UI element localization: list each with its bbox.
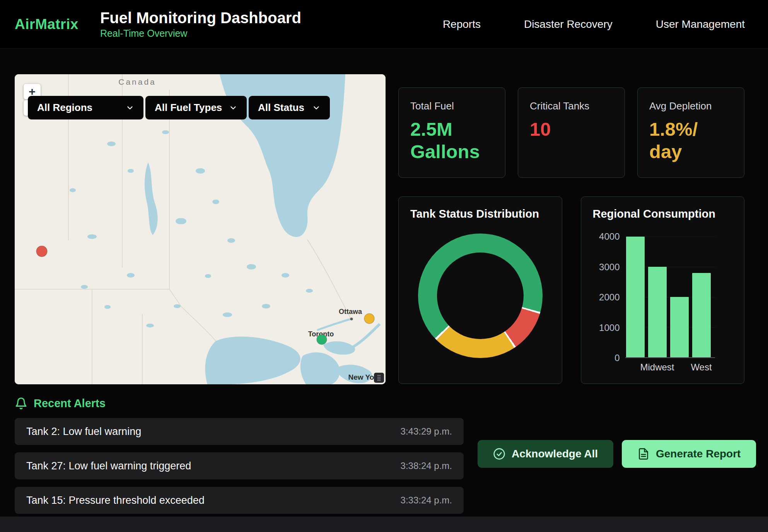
stat-value-critical-tanks: 10 (530, 118, 613, 141)
label-canada: Canada (118, 77, 156, 86)
stat-value-line1: 1.8%/ (649, 118, 732, 141)
stat-value-line2: Gallons (410, 141, 493, 163)
bar-x-label-1: Midwest (648, 362, 667, 373)
alert-row[interactable]: Tank 2: Low fuel warning 3:43:29 p.m. (15, 418, 464, 445)
nav-disaster-recovery[interactable]: Disaster Recovery (524, 18, 613, 31)
stat-card-total-fuel: Total Fuel 2.5M Gallons (398, 87, 505, 178)
stat-card-critical-tanks: Critical Tanks 10 (518, 87, 625, 178)
header: AirMatrix Fuel Monitoring Dashboard Real… (0, 0, 768, 49)
alerts-title: Recent Alerts (34, 397, 106, 410)
bar-chart-plot-area: MidwestWest (625, 237, 715, 373)
stat-label: Avg Depletion (649, 100, 732, 112)
nav-reports[interactable]: Reports (443, 18, 481, 31)
brand-logo[interactable]: AirMatrix (15, 16, 79, 32)
bell-icon (15, 397, 27, 410)
acknowledge-all-label: Acknowledge All (512, 448, 598, 460)
donut-chart-wrap (410, 234, 550, 358)
bar-x-label-3: West (692, 362, 711, 373)
recent-alerts-section: Recent Alerts Tank 2: Low fuel warning 3… (0, 384, 768, 514)
y-tick-2000: 2000 (599, 292, 620, 303)
alert-message: Tank 15: Pressure threshold exceeded (26, 494, 205, 506)
bar-1 (648, 267, 667, 357)
chevron-down-icon (312, 104, 321, 112)
stat-card-avg-depletion: Avg Depletion 1.8%/ day (637, 87, 744, 178)
alert-time: 3:38:24 p.m. (401, 460, 452, 471)
stat-value-total-fuel: 2.5M Gallons (410, 118, 493, 163)
stat-value-line1: 2.5M (410, 118, 493, 141)
alert-list: Tank 2: Low fuel warning 3:43:29 p.m. Ta… (15, 418, 464, 514)
stat-value-avg-depletion: 1.8%/ day (649, 118, 732, 163)
fuel-dashboard-page: AirMatrix Fuel Monitoring Dashboard Real… (0, 0, 768, 532)
tank-marker-yellow[interactable] (364, 314, 374, 324)
filter-status-dropdown[interactable]: All Status (249, 96, 330, 119)
map-filters: All Regions All Fuel Types All Status (28, 96, 330, 119)
bottom-bar (0, 517, 768, 532)
stat-value-line2: day (649, 141, 732, 163)
ottawa-city-dot (350, 318, 353, 321)
main-nav: Reports Disaster Recovery User Managemen… (443, 18, 745, 31)
alert-time: 3:43:29 p.m. (401, 426, 452, 437)
y-tick-0: 0 (614, 353, 620, 363)
bar-x-label-2 (670, 362, 689, 373)
main-content: Canada Ottawa Toronto New York + − (0, 49, 768, 384)
bar-chart-y-axis: 01000200030004000 (593, 237, 625, 358)
filter-regions-dropdown[interactable]: All Regions (28, 96, 143, 119)
acknowledge-all-button[interactable]: Acknowledge All (478, 440, 613, 468)
filter-fuel-types-label: All Fuel Types (155, 102, 222, 114)
map-canvas[interactable]: Canada Ottawa Toronto New York (15, 74, 386, 384)
y-tick-4000: 4000 (599, 231, 620, 242)
stat-label: Total Fuel (410, 100, 493, 112)
tank-marker-green[interactable] (317, 334, 327, 344)
alert-row[interactable]: Tank 15: Pressure threshold exceeded 3:3… (15, 487, 464, 514)
filter-fuel-types-dropdown[interactable]: All Fuel Types (145, 96, 247, 119)
bar-0 (626, 237, 645, 357)
check-circle-icon (493, 448, 505, 460)
report-file-icon (637, 448, 650, 460)
chevron-down-icon (126, 104, 134, 112)
resize-handle-icon[interactable]: ⣿ (374, 373, 384, 383)
stat-value-line1: 10 (530, 118, 613, 141)
alert-row[interactable]: Tank 27: Low fuel warning triggered 3:38… (15, 452, 464, 479)
donut-chart-title: Tank Status Distribution (410, 208, 550, 220)
alerts-header: Recent Alerts (15, 397, 753, 410)
bar-chart-title: Regional Consumption (593, 208, 733, 220)
tank-status-card: Tank Status Distribution (398, 196, 562, 384)
page-title: Fuel Monitoring Dashboard (100, 9, 301, 26)
filter-status-label: All Status (258, 102, 304, 114)
filter-regions-label: All Regions (37, 102, 92, 114)
alert-message: Tank 27: Low fuel warning triggered (26, 460, 191, 472)
y-tick-3000: 3000 (599, 262, 620, 273)
generate-report-button[interactable]: Generate Report (622, 440, 756, 468)
regional-consumption-card: Regional Consumption 01000200030004000 M… (581, 196, 745, 384)
chevron-down-icon (229, 104, 237, 112)
stat-label: Critical Tanks (530, 100, 613, 112)
bar-chart-bars (625, 237, 715, 358)
right-column: Total Fuel 2.5M Gallons Critical Tanks 1… (398, 74, 744, 384)
alert-message: Tank 2: Low fuel warning (26, 426, 141, 438)
bar-2 (670, 297, 689, 357)
alerts-body: Tank 2: Low fuel warning 3:43:29 p.m. Ta… (15, 410, 753, 514)
stats-row: Total Fuel 2.5M Gallons Critical Tanks 1… (398, 87, 744, 178)
bar-3 (692, 273, 711, 357)
alert-actions: Acknowledge All Generate Report (478, 440, 756, 514)
title-block: Fuel Monitoring Dashboard Real-Time Over… (100, 9, 301, 39)
label-ottawa: Ottawa (339, 308, 362, 315)
page-subtitle: Real-Time Overview (100, 28, 301, 39)
bar-chart: 01000200030004000 MidwestWest (593, 237, 733, 373)
charts-row: Tank Status Distribution Regional Consum… (398, 196, 744, 384)
tank-marker-red[interactable] (36, 246, 47, 257)
map-panel[interactable]: Canada Ottawa Toronto New York + − (15, 74, 386, 384)
y-tick-1000: 1000 (599, 322, 620, 333)
alert-time: 3:33:24 p.m. (401, 495, 452, 506)
nav-user-management[interactable]: User Management (656, 18, 745, 31)
tank-status-donut-chart (418, 234, 543, 358)
bar-chart-x-labels: MidwestWest (625, 362, 715, 373)
generate-report-label: Generate Report (656, 448, 741, 460)
